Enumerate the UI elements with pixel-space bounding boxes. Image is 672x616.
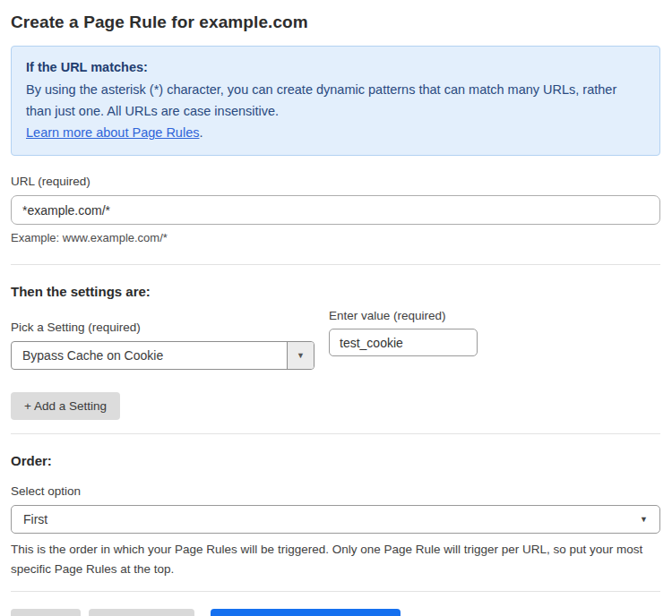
chevron-down-icon: ▼ xyxy=(640,515,648,524)
page-title: Create a Page Rule for example.com xyxy=(11,13,660,32)
save-deploy-button[interactable]: Save and Deploy Page Rule xyxy=(211,609,401,616)
order-select-value: First xyxy=(23,512,47,526)
create-page-rule-form: Create a Page Rule for example.com If th… xyxy=(0,0,672,616)
url-matches-info-box: If the URL matches: By using the asteris… xyxy=(11,46,660,156)
order-helper-text: This is the order in which your Page Rul… xyxy=(11,540,656,579)
info-box-heading: If the URL matches: xyxy=(26,56,645,78)
setting-dropdown[interactable]: Bypass Cache on Cookie ▼ xyxy=(11,341,314,370)
divider xyxy=(11,264,660,265)
setting-picker-column: Pick a Setting (required) Bypass Cache o… xyxy=(11,302,314,370)
url-input[interactable] xyxy=(11,195,660,225)
chevron-down-icon: ▼ xyxy=(297,351,305,360)
info-box-body: By using the asterisk (*) character, you… xyxy=(26,79,645,122)
order-select[interactable]: First ▼ xyxy=(11,505,660,534)
cancel-button[interactable]: Cancel xyxy=(11,609,81,616)
select-option-label: Select option xyxy=(11,484,660,498)
divider xyxy=(11,591,660,592)
enter-value-label: Enter value (required) xyxy=(329,309,478,322)
footer-actions: Cancel Save as Draft Save and Deploy Pag… xyxy=(11,609,660,616)
settings-section-heading: Then the settings are: xyxy=(11,284,660,299)
url-label: URL (required) xyxy=(11,175,660,188)
link-period: . xyxy=(199,125,202,140)
setting-value-column: Enter value (required) xyxy=(329,309,478,356)
setting-dropdown-arrow-button[interactable]: ▼ xyxy=(287,342,314,369)
setting-dropdown-value: Bypass Cache on Cookie xyxy=(12,342,287,369)
setting-value-input[interactable] xyxy=(329,329,478,356)
settings-row: Pick a Setting (required) Bypass Cache o… xyxy=(11,302,660,370)
info-box-link-line: Learn more about Page Rules. xyxy=(26,122,645,143)
order-section-heading: Order: xyxy=(11,453,660,468)
add-setting-button[interactable]: + Add a Setting xyxy=(11,392,120,420)
pick-setting-label: Pick a Setting (required) xyxy=(11,321,314,334)
divider xyxy=(11,433,660,434)
learn-more-link[interactable]: Learn more about Page Rules xyxy=(26,125,199,140)
save-draft-button[interactable]: Save as Draft xyxy=(89,609,195,616)
url-example-text: Example: www.example.com/* xyxy=(11,231,660,244)
